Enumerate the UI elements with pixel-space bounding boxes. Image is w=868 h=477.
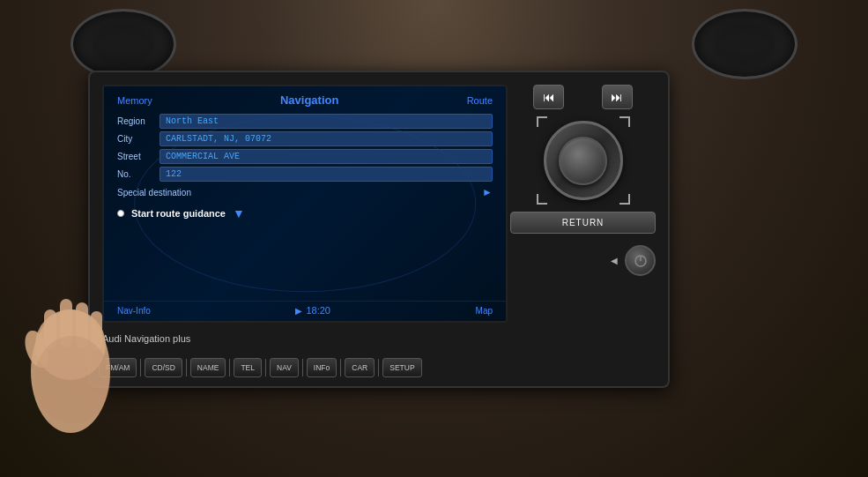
joystick-area [510,121,656,200]
cdsd-button[interactable]: CD/SD [145,358,182,377]
screen-footer: Nav-Info ▶ 18:20 Map [104,301,506,316]
region-label: Region [117,116,160,126]
return-button[interactable]: RETURN [510,212,656,234]
number-row: No. 122 [117,167,493,182]
bracket-top-right [619,116,630,127]
bracket-bottom-right [619,194,630,205]
power-icon [634,254,648,268]
nav-form: Region North East City CARLSTADT, NJ, 07… [113,114,497,223]
start-route-guidance[interactable]: Start route guidance ▼ [117,204,493,223]
map-button[interactable]: Map [476,306,493,316]
nav-info-label[interactable]: Nav-Info [117,306,151,316]
street-row: Street COMMERCIAL AVE [117,149,493,164]
btn-separator-6 [340,359,341,376]
nav-button[interactable]: NAV [270,358,299,377]
number-label: No. [117,169,160,179]
skip-forward-icon: ⏭ [611,90,623,104]
btn-separator-7 [378,359,379,376]
special-destination-row[interactable]: Special destination ► [117,184,493,200]
joystick-container [544,121,623,200]
name-button[interactable]: NAME [190,358,226,377]
eject-triangle-icon: ◀ [611,256,618,265]
unit-label: Audi Navigation plus [102,333,190,344]
number-value[interactable]: 122 [160,167,493,182]
car-button[interactable]: CAR [345,358,375,377]
eject-area: ◀ [510,245,656,276]
bracket-bottom-left [537,194,547,205]
skip-back-icon: ⏮ [543,90,555,104]
left-vent [70,9,176,79]
memory-button[interactable]: Memory [117,95,152,106]
time-value: 18:20 [306,305,330,316]
street-value[interactable]: COMMERCIAL AVE [160,149,493,164]
right-vent [692,9,798,79]
navigation-screen: Memory Navigation Route Region North Eas… [102,85,508,323]
bracket-top-left [537,116,547,127]
tel-button[interactable]: TEL [234,358,262,377]
city-row: City CARLSTADT, NJ, 07072 [117,131,493,146]
speaker-icon: ▶ [295,306,302,316]
street-label: Street [117,152,160,161]
fmam-button[interactable]: FM/AM [99,358,137,377]
screen-title: Navigation [280,93,338,107]
skip-forward-button[interactable]: ⏭ [602,85,633,109]
route-down-arrow: ▼ [233,206,245,220]
special-destination-label: Special destination [117,188,482,198]
time-display: ▶ 18:20 [295,305,330,316]
btn-separator-1 [140,359,141,376]
start-route-text: Start route guidance [131,208,226,219]
skip-buttons-row: ⏮ ⏭ [510,85,656,109]
city-label: City [117,134,160,144]
route-dot-indicator [117,210,124,217]
setup-button[interactable]: SETUP [382,358,421,377]
info-button[interactable]: INFo [307,358,337,377]
right-control-panel: ⏮ ⏭ RETURN ◀ [510,85,656,323]
route-button[interactable]: Route [467,95,493,106]
btn-separator-5 [302,359,303,376]
head-unit: Memory Navigation Route Region North Eas… [88,71,670,388]
city-value[interactable]: CARLSTADT, NJ, 07072 [160,131,493,146]
screen-header: Memory Navigation Route [113,93,497,107]
region-row: Region North East [117,114,493,129]
btn-separator-3 [229,359,230,376]
skip-back-button[interactable]: ⏮ [533,85,564,109]
btn-separator-2 [186,359,187,376]
region-value[interactable]: North East [160,114,493,129]
joystick-inner[interactable] [559,137,607,185]
eject-power-button[interactable] [625,245,656,276]
btn-separator-4 [265,359,266,376]
media-buttons-row: FM/AM CD/SD NAME TEL NAV INFo CAR SETUP [99,358,659,377]
special-destination-arrow: ► [482,186,493,198]
joystick-outer[interactable] [544,121,623,200]
